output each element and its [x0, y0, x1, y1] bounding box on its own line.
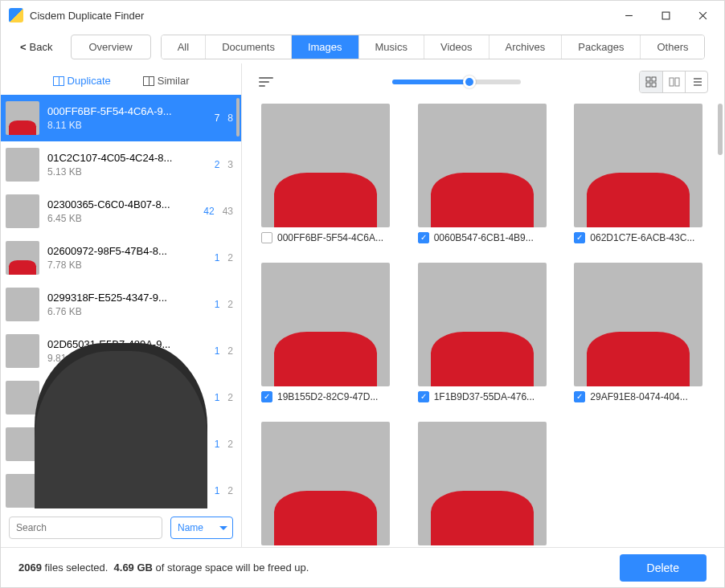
thumbnail-size-slider[interactable] [392, 80, 521, 84]
group-selected-count: 1 [215, 299, 220, 310]
group-size: 8.11 KB [47, 120, 207, 131]
group-total-count: 2 [227, 392, 233, 403]
thumbnail-filename: 0060B547-6CB1-4B9... [434, 232, 534, 243]
group-selected-count: 1 [215, 392, 220, 403]
group-size: 5.13 KB [47, 166, 207, 178]
tab-images[interactable]: Images [291, 35, 358, 59]
group-total-count: 2 [227, 439, 233, 450]
group-total-count: 2 [227, 345, 233, 357]
tab-packages[interactable]: Packages [561, 35, 640, 59]
select-checkbox[interactable] [418, 232, 429, 243]
freed-size: 4.69 GB [114, 561, 153, 574]
thumbnail-image [261, 422, 390, 545]
maximize-button[interactable] [647, 2, 684, 28]
thumbnail-cell[interactable]: 000FF6BF-5F54-4C6A... [261, 104, 390, 243]
window-title: Cisdem Duplicate Finder [30, 10, 144, 22]
titlebar: Cisdem Duplicate Finder [1, 1, 724, 30]
tab-musics[interactable]: Musics [358, 35, 424, 59]
tab-similar-label: Similar [158, 75, 190, 87]
group-name: 000FF6BF-5F54-4C6A-9... [47, 105, 207, 117]
group-selected-count: 1 [215, 252, 220, 263]
group-selected-count: 1 [215, 345, 220, 357]
group-total-count: 8 [227, 112, 233, 124]
scrollbar-thumb[interactable] [718, 104, 723, 155]
select-checkbox[interactable] [574, 232, 585, 243]
content-controls [242, 63, 724, 100]
view-list-icon[interactable] [685, 71, 707, 92]
tab-videos[interactable]: Videos [424, 35, 489, 59]
tab-all[interactable]: All [162, 35, 205, 59]
tab-archives[interactable]: Archives [489, 35, 562, 59]
view-grid-icon[interactable] [640, 71, 662, 92]
duplicate-group[interactable]: 01C2C107-4C05-4C24-8...5.13 KB23 [1, 141, 241, 188]
thumbnail-filename: 062D1C7E-6ACB-43C... [590, 232, 694, 243]
group-name: 0299318F-E525-4347-9... [47, 292, 207, 304]
thumbnail-cell[interactable]: 0060B547-6CB1-4B9... [418, 104, 547, 243]
minimize-button[interactable] [610, 2, 647, 28]
view-columns-icon[interactable] [662, 71, 685, 92]
thumbnail-image [574, 263, 702, 386]
group-size: 6.45 KB [47, 213, 195, 224]
group-total-count: 43 [223, 206, 233, 217]
group-total-count: 2 [227, 299, 233, 310]
scrollbar-thumb[interactable] [236, 98, 240, 137]
delete-button[interactable]: Delete [620, 554, 707, 582]
tab-others[interactable]: Others [640, 35, 704, 59]
thumbnail-cell[interactable]: 2B18C2DC-0D7C-40... [261, 422, 390, 547]
group-size: 7.78 KB [47, 259, 207, 271]
svg-rect-3 [646, 83, 650, 87]
group-total-count: 2 [227, 252, 233, 263]
thumbnail-cell[interactable]: 19B155D2-82C9-47D... [261, 263, 390, 402]
group-selected-count: 1 [215, 485, 220, 496]
view-mode-toggle [639, 71, 708, 93]
group-thumbnail [6, 194, 39, 228]
thumbnail-filename: 29AF91E8-0474-404... [590, 391, 687, 402]
thumbnail-image [418, 422, 547, 545]
back-button[interactable]: Back [12, 36, 61, 58]
duplicate-group[interactable]: 04D425C8-EE74-4A73-...4.58 KB12 [1, 421, 241, 468]
tab-documents[interactable]: Documents [205, 35, 291, 59]
content-pane: 000FF6BF-5F54-4C6A...0060B547-6CB1-4B9..… [242, 63, 724, 547]
duplicate-group[interactable]: 0299318F-E525-4347-9...6.76 KB12 [1, 281, 241, 328]
thumbnail-cell[interactable]: 1F1B9D37-55DA-476... [418, 263, 547, 402]
filter-sort-icon[interactable] [258, 76, 274, 88]
group-total-count: 2 [227, 485, 233, 496]
thumbnail-filename: 19B155D2-82C9-47D... [277, 391, 378, 402]
sidebar: Duplicate Similar 000FF6BF-5F54-4C6A-9..… [1, 63, 242, 547]
group-name: 02600972-98F5-47B4-8... [47, 245, 207, 257]
close-button[interactable] [684, 2, 721, 28]
status-text: files selected. [45, 561, 109, 574]
duplicate-group[interactable]: 000FF6BF-5F54-4C6A-9...8.11 KB78 [1, 95, 241, 141]
sort-select[interactable]: Name [170, 517, 233, 539]
select-checkbox[interactable] [261, 232, 272, 243]
svg-rect-2 [652, 77, 656, 81]
group-selected-count: 7 [215, 112, 220, 124]
tab-similar[interactable]: Similar [143, 75, 190, 87]
group-thumbnail [6, 101, 39, 135]
thumbnail-image [418, 104, 547, 227]
toolbar: Back Overview AllDocumentsImagesMusicsVi… [1, 30, 724, 63]
thumbnail-cell[interactable]: 29AF91E8-0474-404... [574, 263, 702, 402]
tab-duplicate-label: Duplicate [68, 75, 111, 87]
thumbnail-cell[interactable]: 2D0D9D72-048E-416... [418, 422, 547, 547]
thumbnail-image [261, 104, 390, 227]
svg-rect-6 [675, 78, 679, 86]
duplicate-group-list[interactable]: 000FF6BF-5F54-4C6A-9...8.11 KB7801C2C107… [1, 95, 241, 508]
duplicate-group[interactable]: 02300365-C6C0-4B07-8...6.45 KB4243 [1, 188, 241, 235]
thumbnail-cell[interactable]: 062D1C7E-6ACB-43C... [574, 104, 702, 243]
statusbar: 2069 files selected. 4.69 GB of storage … [1, 547, 724, 587]
similar-icon [143, 76, 154, 86]
select-checkbox[interactable] [574, 391, 585, 402]
thumbnail-grid-scroll[interactable]: 000FF6BF-5F54-4C6A...0060B547-6CB1-4B9..… [242, 100, 724, 547]
duplicate-group[interactable]: 02600972-98F5-47B4-8...7.78 KB12 [1, 235, 241, 281]
svg-rect-4 [652, 83, 656, 87]
group-thumbnail [6, 148, 39, 182]
select-checkbox[interactable] [418, 391, 429, 402]
group-thumbnail [6, 427, 39, 461]
svg-rect-0 [662, 12, 670, 19]
search-input[interactable] [9, 517, 162, 539]
select-checkbox[interactable] [261, 391, 272, 402]
group-name: 01C2C107-4C05-4C24-8... [47, 152, 207, 164]
overview-button[interactable]: Overview [71, 35, 151, 59]
tab-duplicate[interactable]: Duplicate [53, 75, 111, 87]
